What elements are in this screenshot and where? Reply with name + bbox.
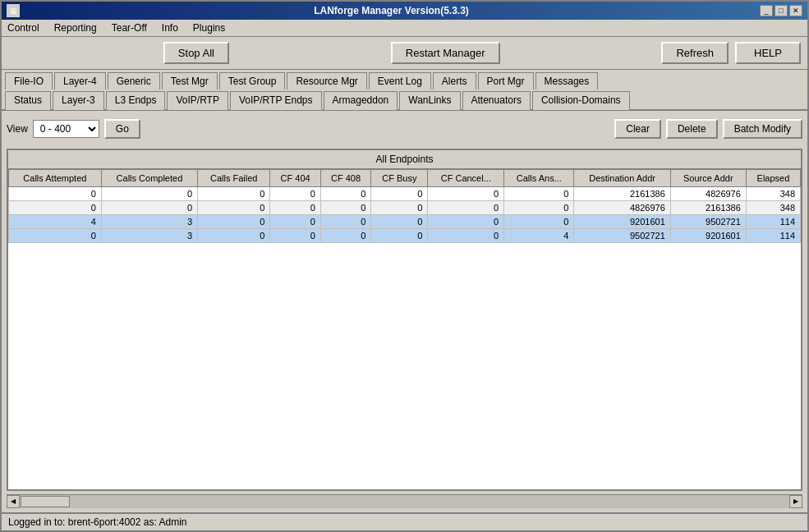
tab-wanlinks[interactable]: WanLinks: [399, 91, 460, 110]
col-dest-addr: Destination Addr: [574, 170, 670, 187]
tab-voip-rtp-endps[interactable]: VoIP/RTP Endps: [230, 91, 322, 110]
tab-layer3[interactable]: Layer-3: [53, 91, 104, 110]
tab-collision-domains[interactable]: Collision-Domains: [532, 91, 630, 110]
stop-all-button[interactable]: Stop All: [163, 42, 229, 64]
restart-manager-button[interactable]: Restart Manager: [391, 42, 500, 64]
view-select[interactable]: 0 - 400 0 - 100 100 - 200 200 - 300 300 …: [33, 120, 99, 138]
menu-tearoff[interactable]: Tear-Off: [109, 21, 149, 34]
horizontal-scrollbar[interactable]: ◀ ▶: [7, 494, 802, 507]
tab-test-mgr[interactable]: Test Mgr: [162, 72, 218, 89]
table-header-row: Calls Attempted Calls Completed Calls Fa…: [9, 170, 801, 187]
tab-status[interactable]: Status: [5, 91, 51, 110]
scroll-left-arrow[interactable]: ◀: [7, 495, 20, 508]
tab-generic[interactable]: Generic: [108, 72, 160, 89]
table-cell: 0: [9, 201, 102, 215]
table-cell: 0: [504, 201, 574, 215]
tab-l3-endps[interactable]: L3 Endps: [106, 91, 166, 110]
table-title: All Endpoints: [8, 150, 801, 169]
app-window: 🖥 LANforge Manager Version(5.3.3) _ □ ✕ …: [0, 0, 809, 532]
view-controls: View 0 - 400 0 - 100 100 - 200 200 - 300…: [7, 116, 802, 142]
main-content: View 0 - 400 0 - 100 100 - 200 200 - 300…: [2, 111, 807, 512]
help-button[interactable]: HELP: [735, 42, 801, 64]
menu-info[interactable]: Info: [159, 21, 181, 34]
table-cell: 0: [504, 215, 574, 229]
table-cell: 0: [320, 187, 370, 201]
maximize-button[interactable]: □: [775, 5, 788, 16]
scroll-track[interactable]: [20, 495, 789, 508]
table-cell: 9502721: [574, 229, 670, 243]
window-controls: _ □ ✕: [760, 5, 802, 16]
col-cf-cancel: CF Cancel...: [428, 170, 504, 187]
clear-button[interactable]: Clear: [614, 119, 661, 139]
tab-port-mgr[interactable]: Port Mgr: [478, 72, 534, 89]
menu-reporting[interactable]: Reporting: [52, 21, 99, 34]
tab-voip-rtp[interactable]: VoIP/RTP: [167, 91, 228, 110]
table-container: All Endpoints Calls Attempted Calls Comp…: [7, 149, 802, 491]
menu-control[interactable]: Control: [5, 21, 42, 34]
table-cell: 2161386: [574, 187, 670, 201]
table-cell: 3: [101, 215, 197, 229]
scroll-thumb[interactable]: [21, 496, 70, 507]
table-cell: 0: [270, 229, 320, 243]
refresh-button[interactable]: Refresh: [661, 42, 729, 64]
app-icon: 🖥: [7, 4, 20, 17]
col-calls-failed: Calls Failed: [198, 170, 270, 187]
close-button[interactable]: ✕: [789, 5, 802, 16]
table-cell: 114: [746, 229, 800, 243]
tab-messages[interactable]: Messages: [536, 72, 599, 89]
table-cell: 0: [101, 201, 197, 215]
table-cell: 0: [428, 201, 504, 215]
delete-button[interactable]: Delete: [666, 119, 718, 139]
table-cell: 0: [9, 187, 102, 201]
table-cell: 4: [504, 229, 574, 243]
view-right: Clear Delete Batch Modify: [614, 119, 802, 139]
col-calls-ans: Calls Ans...: [504, 170, 574, 187]
table-cell: 0: [101, 187, 197, 201]
minimize-button[interactable]: _: [760, 5, 773, 16]
window-title: LANforge Manager Version(5.3.3): [23, 5, 760, 16]
table-cell: 0: [270, 201, 320, 215]
table-cell: 4826976: [670, 187, 746, 201]
table-cell: 0: [198, 187, 270, 201]
table-cell: 0: [320, 215, 370, 229]
tab-resource-mgr[interactable]: Resource Mgr: [287, 72, 366, 89]
table-cell: 0: [270, 187, 320, 201]
table-cell: 114: [746, 215, 800, 229]
scroll-right-arrow[interactable]: ▶: [789, 495, 802, 508]
col-source-addr: Source Addr: [670, 170, 746, 187]
table-cell: 9502721: [670, 215, 746, 229]
table-row[interactable]: 0000000021613864826976348: [9, 187, 801, 201]
col-elapsed: Elapsed: [746, 170, 800, 187]
tab-layer4[interactable]: Layer-4: [54, 72, 106, 89]
tab-test-group[interactable]: Test Group: [219, 72, 286, 89]
tab-event-log[interactable]: Event Log: [369, 72, 431, 89]
table-cell: 0: [270, 215, 320, 229]
table-cell: 348: [746, 201, 800, 215]
table-cell: 0: [428, 187, 504, 201]
table-row[interactable]: 4300000092016019502721114: [9, 215, 801, 229]
table-row[interactable]: 0300000495027219201601114: [9, 229, 801, 243]
table-cell: 0: [504, 187, 574, 201]
tab-attenuators[interactable]: Attenuators: [462, 91, 531, 110]
table-cell: 0: [320, 201, 370, 215]
table-body: 0000000021613864826976348000000004826976…: [9, 187, 801, 243]
view-label: View: [7, 123, 28, 135]
tabs-row2: Status Layer-3 L3 Endps VoIP/RTP VoIP/RT…: [2, 89, 807, 111]
table-cell: 3: [101, 229, 197, 243]
col-calls-attempted: Calls Attempted: [9, 170, 102, 187]
table-cell: 0: [371, 215, 428, 229]
go-button[interactable]: Go: [104, 119, 140, 139]
status-text: Logged in to: brent-6port:4002 as: Admin: [8, 516, 186, 528]
tab-armageddon[interactable]: Armageddon: [324, 91, 398, 110]
tab-file-io[interactable]: File-IO: [5, 72, 53, 89]
table-row[interactable]: 0000000048269762161386348: [9, 201, 801, 215]
toolbar: Stop All Restart Manager Refresh HELP: [2, 37, 807, 70]
table-cell: 9201601: [670, 229, 746, 243]
col-cf404: CF 404: [270, 170, 320, 187]
batch-modify-button[interactable]: Batch Modify: [723, 119, 802, 139]
table-cell: 0: [428, 229, 504, 243]
endpoints-table: Calls Attempted Calls Completed Calls Fa…: [8, 169, 801, 243]
table-cell: 348: [746, 187, 800, 201]
tab-alerts[interactable]: Alerts: [433, 72, 476, 89]
menu-plugins[interactable]: Plugins: [191, 21, 228, 34]
